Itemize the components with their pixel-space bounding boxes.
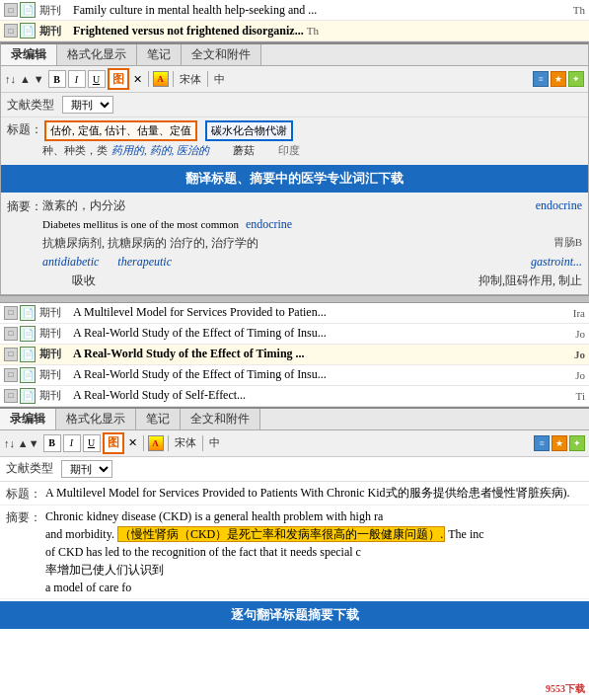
checkbox-icon[interactable]: □ — [4, 24, 18, 38]
table-row[interactable]: □ 📄 期刊 Family culture in mental health h… — [0, 0, 589, 21]
article-type: 期刊 — [39, 24, 67, 39]
bottom-tab-edit[interactable]: 录编辑 — [0, 409, 56, 429]
bottom-doc-type-label: 文献类型 — [6, 460, 53, 477]
bottom-tab-fulltext[interactable]: 全文和附件 — [181, 409, 260, 429]
orange-icon[interactable]: ★ — [551, 71, 566, 87]
toolbar-label: ↑↓ — [5, 73, 16, 85]
keyword-estimate: 估价, 定值, 估计、估量、定值 — [44, 120, 197, 141]
doc-icon: 📄 — [20, 2, 36, 18]
tab-edit[interactable]: 录编辑 — [1, 44, 57, 65]
table-row[interactable]: □ 📄 期刊 A Real-World Study of the Effect … — [0, 324, 589, 345]
tooltip-banner-bottom[interactable]: 逐句翻译标题摘要下载 — [0, 601, 589, 629]
underline-btn[interactable]: U — [88, 70, 106, 88]
doc-icon: 📄 — [20, 367, 36, 383]
bottom-toolbar-right: ≡ ★ ✦ — [534, 435, 585, 451]
bottom-circle-btn[interactable]: 图 — [103, 432, 124, 454]
article-title[interactable]: A Real-World Study of the Effect of Timi… — [73, 326, 575, 341]
bottom-tab-format[interactable]: 格式化显示 — [56, 409, 136, 429]
section-divider — [0, 295, 589, 303]
article-suffix: Ira — [573, 307, 585, 319]
bottom-tab-notes[interactable]: 笔记 — [136, 409, 181, 429]
watermark: 9553下载 — [546, 682, 585, 696]
bottom-orange-icon[interactable]: ★ — [552, 435, 567, 451]
article-suffix: Ti — [576, 390, 585, 402]
italic-btn[interactable]: I — [68, 70, 86, 88]
doc-icon: 📄 — [20, 326, 36, 342]
table-row[interactable]: □ 📄 期刊 A Real-World Study of Self-Effect… — [0, 386, 589, 407]
bottom-italic-btn[interactable]: I — [63, 434, 81, 452]
checkbox-icon[interactable]: □ — [4, 327, 18, 341]
bottom-bold-btn[interactable]: B — [43, 434, 61, 452]
doc-icon: 📄 — [20, 388, 36, 404]
bottom-color-icon[interactable]: A — [148, 435, 164, 451]
article-type: 期刊 — [39, 305, 67, 320]
checkbox-icon[interactable]: □ — [4, 3, 18, 17]
bottom-abstract-line4: 率增加已使人们认识到 — [45, 561, 583, 579]
abstract-line3: 抗糖尿病剂, 抗糖尿病的 治疗的, 治疗学的 胃肠B — [42, 234, 582, 252]
tab-fulltext[interactable]: 全文和附件 — [182, 44, 261, 65]
bottom-blue-icon[interactable]: ≡ — [534, 435, 550, 451]
bottom-abstract-line2: and morbidity. （慢性肾病（CKD）是死亡率和发病率很高的一般健康… — [45, 525, 583, 543]
tab-notes[interactable]: 笔记 — [137, 44, 182, 65]
row-icons: □ 📄 — [4, 305, 36, 321]
bottom-abstract-row: 摘要： Chronic kidney disease (CKD) is a ge… — [6, 507, 583, 596]
table-row[interactable]: □ 📄 期刊 Frightened versus not frightened … — [0, 21, 589, 41]
checkbox-icon[interactable]: □ — [4, 306, 18, 320]
article-type: 期刊 — [39, 326, 67, 341]
cn-gastro: 胃肠B — [553, 234, 582, 251]
doc-icon: 📄 — [20, 347, 36, 362]
tooltip-banner-top[interactable]: 翻译标题、摘要中的医学专业词汇下载 — [1, 165, 588, 193]
checkbox-icon[interactable]: □ — [4, 389, 18, 403]
separator2 — [173, 71, 174, 87]
toolbar-right-icons: ≡ ★ ✦ — [533, 71, 584, 87]
tab-format[interactable]: 格式化显示 — [57, 44, 137, 65]
article-title[interactable]: A Real-World Study of the Effect of Timi… — [73, 367, 575, 382]
extra-term-india: 印度 — [278, 143, 300, 158]
article-title[interactable]: A Real-World Study of Self-Effect... — [73, 388, 576, 403]
abstract-line5: 吸收 抑制,阻碍作用, 制止 — [42, 272, 582, 289]
bottom-title-label: 标题： — [6, 484, 45, 503]
article-title[interactable]: Frightened versus not frightened disorga… — [73, 24, 585, 39]
highlight-ckd: （慢性肾病（CKD）是死亡率和发病率很高的一般健康问题）. — [117, 526, 445, 542]
row-icons: □ 📄 — [4, 388, 36, 404]
checkbox-icon[interactable]: □ — [4, 368, 18, 382]
table-row[interactable]: □ 📄 期刊 A Real-World Study of the Effect … — [0, 365, 589, 386]
article-title[interactable]: A Multilevel Model for Services Provided… — [73, 305, 573, 320]
en-endocrine: endocrine — [536, 196, 582, 214]
row-icons: □ 📄 — [4, 326, 36, 342]
title-field: 标题： 估价, 定值, 估计、估量、定值 碳水化合物代谢 种、种类，类 药用的,… — [1, 117, 588, 163]
green-icon[interactable]: ✦ — [568, 71, 584, 87]
article-title[interactable]: A Real-World Study of the Effect of Timi… — [73, 347, 574, 361]
font-label: 宋体 — [180, 72, 201, 87]
bottom-editor: 录编辑 格式化显示 笔记 全文和附件 ↑↓ ▲▼ B I U 图 ✕ A 宋体 … — [0, 407, 589, 700]
article-title[interactable]: Family culture in mental health help-see… — [73, 3, 569, 18]
doc-icon: 📄 — [20, 305, 36, 321]
table-row[interactable]: □ 📄 期刊 A Multilevel Model for Services P… — [0, 303, 589, 324]
bottom-font-label: 宋体 — [175, 435, 196, 450]
abstract-line1: 激素的，内分泌 endocrine — [42, 196, 582, 214]
bottom-abstract-label: 摘要： — [6, 507, 45, 596]
abstract-content: 激素的，内分泌 endocrine Diabetes mellitus is o… — [42, 196, 582, 290]
bottom-doc-type-select[interactable]: 期刊 — [61, 460, 112, 478]
title-label: 标题： — [7, 119, 42, 160]
checkbox-icon[interactable]: □ — [4, 348, 18, 361]
bold-btn[interactable]: B — [48, 70, 66, 88]
bottom-underline-btn[interactable]: U — [83, 434, 101, 452]
blue-icon1[interactable]: ≡ — [533, 71, 549, 87]
table-row[interactable]: □ 📄 期刊 A Real-World Study of the Effect … — [0, 345, 589, 365]
abstract-label: 摘要： — [7, 196, 42, 290]
cn-term-species: 种、种类，类 — [42, 143, 108, 158]
en-endocrine2: endocrine — [246, 217, 292, 231]
frightened-text: Frightened — [73, 24, 129, 38]
abstract-area: 摘要： 激素的，内分泌 endocrine Diabetes mellitus … — [1, 194, 588, 294]
row-icons: □ 📄 — [4, 367, 36, 383]
bottom-separator — [143, 435, 144, 451]
doc-type-select[interactable]: 期刊 — [62, 96, 113, 114]
color-icon[interactable]: A — [153, 71, 169, 87]
article-suffix: Jo — [574, 349, 585, 360]
bottom-green-icon[interactable]: ✦ — [569, 435, 585, 451]
cn-term-mushroom: 蘑菇 — [233, 143, 255, 158]
bottom-abstract-line1: Chronic kidney disease (CKD) is a genera… — [45, 507, 583, 525]
tab-bar-bottom: 录编辑 格式化显示 笔记 全文和附件 — [0, 409, 589, 430]
circle-btn[interactable]: 图 — [108, 68, 129, 90]
